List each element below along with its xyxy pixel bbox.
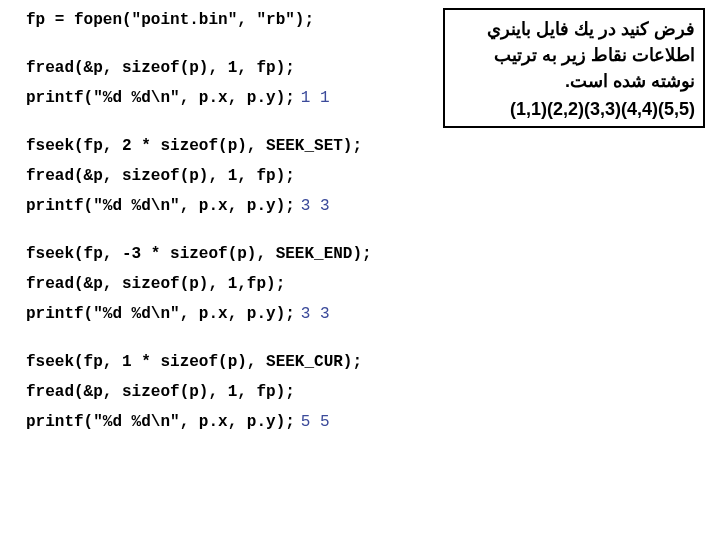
code-text: fread(&p, sizeof(p), 1, fp); <box>26 59 295 77</box>
annotation-coords: (1,1)(2,2)(3,3)(4,4)(5,5) <box>453 96 695 122</box>
code-line: fseek(fp, 2 * sizeof(p), SEEK_SET); <box>26 138 706 154</box>
output-value: 3 3 <box>301 305 330 323</box>
code-text: fread(&p, sizeof(p), 1,fp); <box>26 275 285 293</box>
code-text: fp = fopen("point.bin", "rb"); <box>26 11 314 29</box>
output-value: 3 3 <box>301 197 330 215</box>
code-line: fread(&p, sizeof(p), 1, fp); <box>26 168 706 184</box>
code-line: printf("%d %d\n", p.x, p.y);5 5 <box>26 414 706 430</box>
code-text: fread(&p, sizeof(p), 1, fp); <box>26 167 295 185</box>
annotation-box: فرض كنيد در يك فايل باينري اطلاعات نقاط … <box>443 8 705 128</box>
code-line: fread(&p, sizeof(p), 1,fp); <box>26 276 706 292</box>
code-line: printf("%d %d\n", p.x, p.y);3 3 <box>26 198 706 214</box>
code-text: printf("%d %d\n", p.x, p.y); <box>26 305 295 323</box>
code-line: fseek(fp, 1 * sizeof(p), SEEK_CUR); <box>26 354 706 370</box>
code-line: fread(&p, sizeof(p), 1, fp); <box>26 384 706 400</box>
code-text: fseek(fp, -3 * sizeof(p), SEEK_END); <box>26 245 372 263</box>
code-line: printf("%d %d\n", p.x, p.y);3 3 <box>26 306 706 322</box>
code-text: fseek(fp, 1 * sizeof(p), SEEK_CUR); <box>26 353 362 371</box>
code-line: fseek(fp, -3 * sizeof(p), SEEK_END); <box>26 246 706 262</box>
annotation-line-2: اطلاعات نقاط زير به ترتيب <box>453 42 695 68</box>
output-value: 1 1 <box>301 89 330 107</box>
code-text: fread(&p, sizeof(p), 1, fp); <box>26 383 295 401</box>
code-text: fseek(fp, 2 * sizeof(p), SEEK_SET); <box>26 137 362 155</box>
code-text: printf("%d %d\n", p.x, p.y); <box>26 89 295 107</box>
annotation-line-3: نوشته شده است. <box>453 68 695 94</box>
annotation-line-1: فرض كنيد در يك فايل باينري <box>453 16 695 42</box>
code-text: printf("%d %d\n", p.x, p.y); <box>26 413 295 431</box>
output-value: 5 5 <box>301 413 330 431</box>
code-text: printf("%d %d\n", p.x, p.y); <box>26 197 295 215</box>
